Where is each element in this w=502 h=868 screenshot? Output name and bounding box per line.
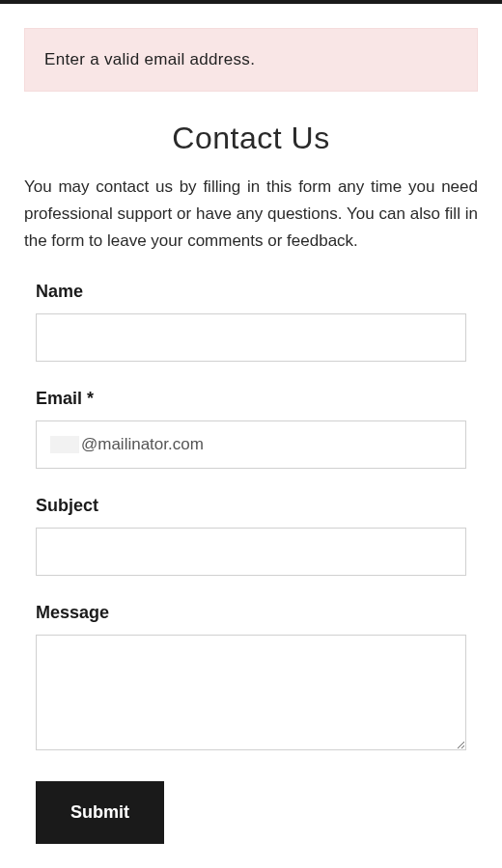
page-title: Contact Us <box>24 121 478 156</box>
contact-form: Name Email * @mailinator.com Subject Mes… <box>24 282 478 844</box>
message-label: Message <box>36 603 466 623</box>
email-redacted-prefix <box>50 436 79 453</box>
email-label: Email * <box>36 389 466 409</box>
subject-label: Subject <box>36 496 466 516</box>
subject-input[interactable] <box>36 528 466 576</box>
email-value-text: @mailinator.com <box>81 435 204 454</box>
content-container: Enter a valid email address. Contact Us … <box>0 4 502 868</box>
error-banner: Enter a valid email address. <box>24 28 478 92</box>
name-input[interactable] <box>36 313 466 362</box>
submit-button[interactable]: Submit <box>36 781 164 844</box>
intro-text: You may contact us by filling in this fo… <box>24 174 478 255</box>
error-message-text: Enter a valid email address. <box>44 50 255 68</box>
message-input[interactable] <box>36 635 466 750</box>
name-group: Name <box>36 282 466 362</box>
email-input[interactable]: @mailinator.com <box>36 420 466 469</box>
email-group: Email * @mailinator.com <box>36 389 466 469</box>
message-group: Message <box>36 603 466 754</box>
name-label: Name <box>36 282 466 302</box>
subject-group: Subject <box>36 496 466 576</box>
